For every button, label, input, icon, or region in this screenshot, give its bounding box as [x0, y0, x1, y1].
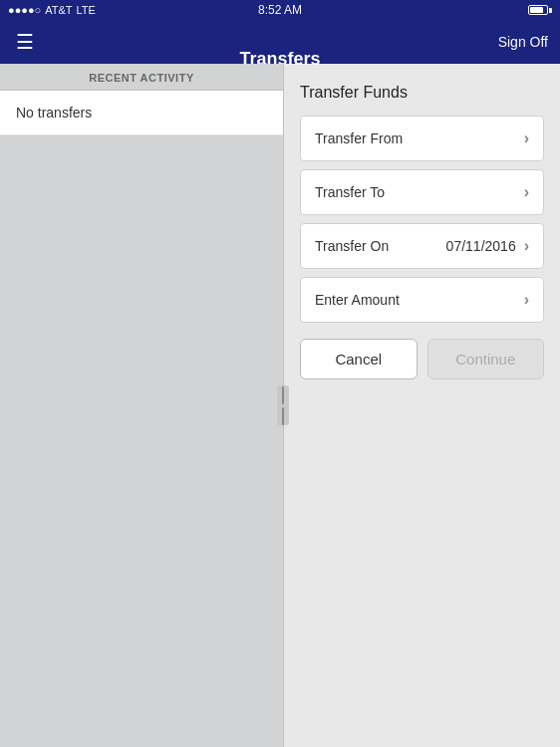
enter-amount-chevron: ›: [524, 291, 529, 309]
enter-amount-label: Enter Amount: [315, 292, 400, 308]
left-panel: RECENT ACTIVITY No transfers: [0, 64, 284, 747]
signal-dots: ●●●●○: [8, 4, 41, 16]
transfer-on-value: 07/11/2016: [446, 238, 516, 254]
transfer-to-field[interactable]: Transfer To ›: [300, 169, 544, 215]
button-row: Cancel Continue: [300, 339, 544, 379]
transfer-to-label: Transfer To: [315, 184, 385, 200]
transfer-from-field[interactable]: Transfer From ›: [300, 116, 544, 161]
right-panel: Transfer Funds Transfer From › Transfer …: [284, 64, 560, 747]
transfer-from-chevron: ›: [524, 129, 529, 147]
transfer-on-label: Transfer On: [315, 238, 389, 254]
status-bar-time: 8:52 AM: [258, 3, 302, 17]
main-layout: RECENT ACTIVITY No transfers Transfer Fu…: [0, 64, 560, 747]
status-bar-right: [528, 5, 552, 15]
transfer-funds-title: Transfer Funds: [300, 84, 544, 102]
cancel-button[interactable]: Cancel: [300, 339, 418, 379]
transfer-on-chevron: ›: [524, 237, 529, 255]
network-label: LTE: [77, 4, 96, 16]
status-bar-left: ●●●●○ AT&T LTE: [8, 4, 96, 16]
transfer-on-right: 07/11/2016 ›: [446, 237, 529, 255]
transfer-to-right: ›: [524, 183, 529, 201]
battery-icon: [528, 5, 552, 15]
enter-amount-right: ›: [524, 291, 529, 309]
drag-line-1: [282, 386, 284, 404]
status-bar: ●●●●○ AT&T LTE 8:52 AM: [0, 0, 560, 20]
transfer-from-right: ›: [524, 129, 529, 147]
continue-button[interactable]: Continue: [427, 339, 545, 379]
no-transfers-message: No transfers: [0, 91, 283, 135]
drag-line-2: [282, 407, 284, 425]
nav-bar: ☰ Transfers Sign Off: [0, 20, 560, 64]
transfer-to-chevron: ›: [524, 183, 529, 201]
menu-button[interactable]: ☰: [12, 28, 38, 56]
recent-activity-header: RECENT ACTIVITY: [0, 64, 283, 91]
transfer-on-field[interactable]: Transfer On 07/11/2016 ›: [300, 223, 544, 269]
transfer-from-label: Transfer From: [315, 130, 403, 146]
enter-amount-field[interactable]: Enter Amount ›: [300, 277, 544, 323]
carrier-label: AT&T: [45, 4, 72, 16]
sign-off-button[interactable]: Sign Off: [498, 34, 548, 50]
panel-resize-handle[interactable]: [277, 385, 289, 425]
